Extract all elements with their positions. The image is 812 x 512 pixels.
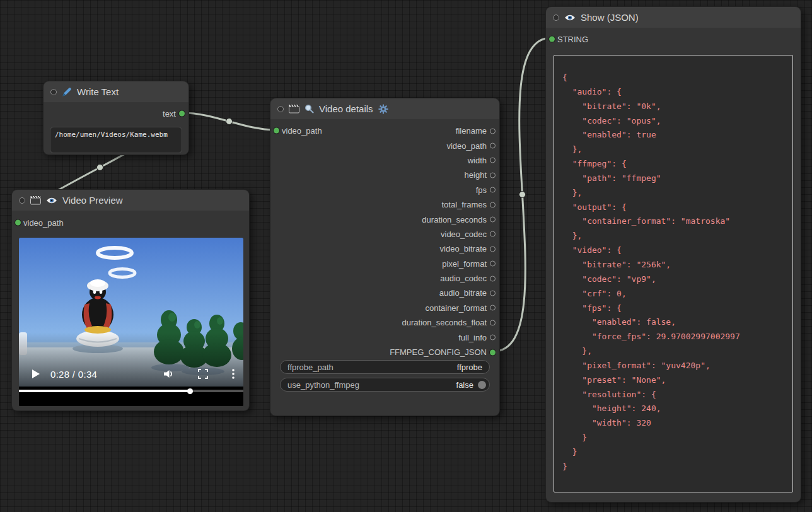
output-slot-row: text	[44, 107, 188, 120]
volume-button[interactable]	[163, 369, 175, 379]
output-label: total_frames	[441, 200, 487, 209]
output-label: video_codec	[441, 230, 487, 239]
output-slot-row: filename	[270, 124, 499, 138]
widget-value: false	[456, 380, 473, 390]
output-slot[interactable]	[490, 305, 496, 311]
output-slot[interactable]	[490, 246, 496, 252]
collapse-toggle[interactable]	[277, 106, 284, 112]
output-slot[interactable]	[490, 261, 496, 267]
output-slot-row: container_format	[270, 301, 499, 315]
output-label: width	[468, 156, 487, 165]
time-display: 0:28 / 0:34	[50, 369, 97, 380]
output-slot-text[interactable]	[179, 111, 185, 117]
output-label: audio_bitrate	[439, 288, 487, 298]
output-label: duration_seconds_float	[402, 318, 487, 327]
gear-icon	[378, 104, 388, 114]
link-text-to-video-details	[183, 113, 276, 130]
output-slot[interactable]	[490, 128, 496, 134]
node-video-preview[interactable]: Video Preview video_path	[11, 189, 250, 411]
video-details-titlebar[interactable]: Video details	[270, 98, 499, 119]
output-label: height	[465, 170, 487, 180]
collapse-toggle[interactable]	[19, 197, 25, 204]
write-text-titlebar[interactable]: Write Text	[44, 81, 188, 102]
ffprobe-path-widget[interactable]: ffprobe_path ffprobe	[280, 360, 490, 374]
output-slot-list: filename video_path width height fps tot…	[270, 124, 499, 359]
output-label: full_info	[458, 333, 487, 342]
node-video-details[interactable]: Video details video_path filename video_…	[270, 98, 500, 416]
video-timeline[interactable]	[19, 390, 243, 392]
eye-icon	[46, 197, 57, 204]
output-label: fps	[476, 185, 487, 195]
output-label: FFMPEG_CONFIG_JSON	[390, 347, 487, 357]
fullscreen-button[interactable]	[198, 369, 208, 379]
output-label: pixel_format	[442, 259, 487, 269]
output-label: video_bitrate	[440, 244, 487, 253]
output-slot[interactable]	[490, 290, 496, 296]
widget-value: ffprobe	[457, 363, 482, 372]
clapperboard-icon	[30, 195, 41, 205]
show-json-titlebar[interactable]: Show (JSON)	[546, 7, 801, 28]
input-label: video_path	[23, 218, 64, 228]
overflow-menu-button[interactable]	[232, 369, 235, 379]
input-slot-row: STRING	[546, 32, 588, 46]
node-show-json[interactable]: Show (JSON) STRING { "audio": { "bitrate…	[545, 6, 801, 503]
collapse-toggle[interactable]	[50, 89, 57, 95]
output-slot-row: height	[270, 168, 499, 182]
output-label: container_format	[425, 303, 487, 313]
video-controls: 0:28 / 0:34	[19, 363, 243, 385]
output-slot[interactable]	[490, 320, 496, 325]
output-label: duration_seconds	[422, 215, 487, 224]
output-slot-row: duration_seconds_float	[270, 315, 499, 330]
output-slot[interactable]	[490, 217, 496, 223]
input-slot-string[interactable]	[549, 37, 555, 42]
collapse-toggle[interactable]	[553, 15, 559, 21]
output-slot-row: video_path	[270, 138, 499, 153]
text-widget-value: /home/umen/Videos/Kame.webm	[55, 131, 168, 139]
output-label: audio_codec	[440, 274, 487, 283]
output-slot-row: pixel_format	[270, 257, 499, 271]
clapperboard-icon	[289, 104, 299, 113]
output-label: text	[163, 109, 176, 119]
toggle-knob[interactable]	[478, 381, 486, 389]
output-slot[interactable]	[490, 231, 496, 237]
output-slot-row: FFMPEG_CONFIG_JSON	[270, 345, 499, 359]
output-label: filename	[456, 126, 487, 136]
output-slot-row: total_frames	[270, 197, 499, 212]
input-slot-row: video_path	[12, 216, 64, 230]
link-config-to-show-json	[494, 38, 551, 351]
pen-icon	[62, 87, 72, 97]
output-slot-row: audio_codec	[270, 271, 499, 286]
output-slot-ffmpeg-config-json[interactable]	[490, 349, 496, 355]
output-slot[interactable]	[490, 276, 496, 281]
output-slot[interactable]	[490, 143, 496, 149]
output-label: video_path	[446, 141, 487, 151]
output-slot-row: video_codec	[270, 227, 499, 241]
output-slot-row: width	[270, 153, 499, 168]
output-slot-row: full_info	[270, 330, 499, 344]
input-slot-video-path[interactable]	[15, 220, 21, 226]
output-slot-row: video_bitrate	[270, 241, 499, 256]
play-button[interactable]	[32, 369, 40, 379]
node-graph-canvas[interactable]: Write Text text /home/umen/Videos/Kame.w…	[0, 0, 812, 512]
output-slot-row: duration_seconds	[270, 212, 499, 226]
json-output-view[interactable]: { "audio": { "bitrate": "0k", "codec": "…	[554, 55, 793, 492]
widget-label: use_python_ffmpeg	[287, 380, 359, 390]
node-write-text[interactable]: Write Text text /home/umen/Videos/Kame.w…	[43, 81, 189, 155]
input-label: STRING	[557, 35, 588, 44]
node-title: Video details	[319, 103, 373, 114]
use-python-ffmpeg-toggle[interactable]: use_python_ffmpeg false	[280, 378, 490, 392]
link-midpoint-dot	[519, 192, 526, 198]
link-midpoint-dot	[97, 165, 103, 171]
magnifier-icon	[304, 104, 314, 113]
video-player[interactable]: 0:28 / 0:34	[19, 238, 243, 406]
output-slot[interactable]	[490, 158, 496, 163]
output-slot[interactable]	[490, 187, 496, 193]
output-slot[interactable]	[490, 335, 496, 340]
output-slot-row: audio_bitrate	[270, 286, 499, 300]
video-preview-titlebar[interactable]: Video Preview	[12, 190, 249, 211]
output-slot[interactable]	[490, 202, 496, 207]
text-widget[interactable]: /home/umen/Videos/Kame.webm	[50, 127, 182, 153]
output-slot[interactable]	[490, 172, 496, 178]
link-midpoint-dot	[226, 119, 233, 125]
timeline-knob[interactable]	[187, 388, 193, 394]
